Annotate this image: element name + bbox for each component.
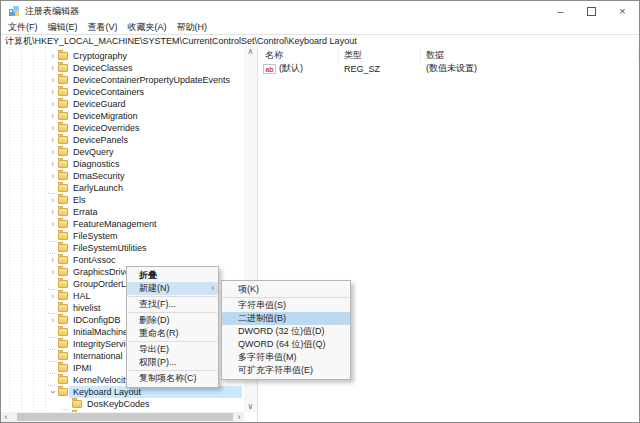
tree-item-label: FileSystem bbox=[71, 231, 120, 242]
tree-item[interactable]: ›DeviceMigration bbox=[1, 110, 244, 122]
column-header-data[interactable]: 数据 bbox=[421, 49, 639, 62]
submenu-item-expandable-string-value[interactable]: 可扩充字符串值(E) bbox=[222, 364, 350, 377]
minimize-button[interactable]: – bbox=[545, 1, 576, 21]
folder-icon bbox=[58, 160, 68, 168]
menu-edit[interactable]: 编辑(E) bbox=[43, 21, 83, 34]
tree-item[interactable]: ›FeatureManagement bbox=[1, 218, 244, 230]
tree-item[interactable]: ›Diagnostics bbox=[1, 158, 244, 170]
tree-item[interactable]: ›FontAssoc bbox=[1, 254, 244, 266]
tree-item[interactable]: ›DeviceContainers bbox=[1, 86, 244, 98]
folder-icon bbox=[58, 148, 68, 156]
tree-item-label: DmaSecurity bbox=[71, 171, 127, 182]
menu-item-delete[interactable]: 删除(D) bbox=[127, 314, 218, 327]
tree-item-label: Keyboard Layout bbox=[71, 387, 143, 398]
tree-item[interactable]: ›DeviceContainerPropertyUpdateEvents bbox=[1, 74, 244, 86]
value-name: (默认) bbox=[279, 62, 303, 75]
chevron-right-icon[interactable]: › bbox=[47, 51, 58, 61]
tree-item-label: DeviceContainerPropertyUpdateEvents bbox=[71, 75, 232, 86]
tree-item[interactable]: EarlyLaunch bbox=[1, 182, 244, 194]
chevron-right-icon[interactable]: › bbox=[47, 135, 58, 145]
menu-help[interactable]: 帮助(H) bbox=[172, 21, 213, 34]
chevron-right-icon[interactable]: › bbox=[47, 111, 58, 121]
folder-icon bbox=[58, 244, 68, 252]
tree-horizontal-scrollbar[interactable]: ‹ › bbox=[1, 412, 244, 422]
chevron-right-icon[interactable]: › bbox=[47, 219, 58, 229]
maximize-icon bbox=[587, 7, 596, 16]
chevron-right-icon[interactable]: › bbox=[47, 195, 58, 205]
maximize-button[interactable] bbox=[576, 1, 607, 21]
menu-separator bbox=[128, 341, 217, 342]
chevron-right-icon[interactable]: › bbox=[47, 291, 58, 301]
app-icon bbox=[8, 5, 20, 17]
menu-item-rename[interactable]: 重命名(R) bbox=[127, 327, 218, 340]
submenu-item-string-value[interactable]: 字符串值(S) bbox=[222, 299, 350, 312]
chevron-down-icon[interactable]: › bbox=[48, 387, 58, 398]
chevron-right-icon[interactable]: › bbox=[47, 171, 58, 181]
chevron-right-icon[interactable]: › bbox=[47, 87, 58, 97]
submenu-item-multi-string-value[interactable]: 多字符串值(M) bbox=[222, 351, 350, 364]
menu-separator bbox=[223, 297, 349, 298]
folder-icon bbox=[58, 112, 68, 120]
tree-item-label: Errata bbox=[71, 207, 100, 218]
tree-item[interactable]: ›DeviceGuard bbox=[1, 98, 244, 110]
folder-icon bbox=[58, 316, 68, 324]
scroll-up-icon[interactable]: ∧ bbox=[248, 47, 254, 57]
title-bar: 注册表编辑器 – × bbox=[1, 1, 639, 21]
chevron-right-icon[interactable]: › bbox=[47, 315, 58, 325]
tree-item[interactable]: FileSystem bbox=[1, 230, 244, 242]
column-header-type[interactable]: 类型 bbox=[339, 49, 421, 62]
tree-item[interactable]: ›DmaSecurity bbox=[1, 170, 244, 182]
scroll-left-icon[interactable]: ‹ bbox=[1, 412, 11, 422]
address-path: 计算机\HKEY_LOCAL_MACHINE\SYSTEM\CurrentCon… bbox=[5, 36, 357, 46]
tree-item[interactable]: FileSystemUtilities bbox=[1, 242, 244, 254]
scroll-right-icon[interactable]: › bbox=[234, 412, 244, 422]
menu-view[interactable]: 查看(V) bbox=[83, 21, 123, 34]
folder-icon bbox=[58, 88, 68, 96]
menu-item-new[interactable]: 新建(N)› bbox=[127, 282, 218, 295]
tree-item[interactable]: ›Cryptography bbox=[1, 50, 244, 62]
chevron-right-icon[interactable]: › bbox=[47, 267, 58, 277]
submenu-item-qword-value[interactable]: QWORD (64 位)值(Q) bbox=[222, 338, 350, 351]
close-button[interactable]: × bbox=[607, 1, 638, 21]
value-type-cell: REG_SZ bbox=[339, 64, 421, 74]
submenu-item-key[interactable]: 项(K) bbox=[222, 283, 350, 296]
menu-item-find[interactable]: 查找(F)... bbox=[127, 298, 218, 311]
registry-value-row[interactable]: ab(默认)REG_SZ(数值未设置) bbox=[258, 62, 639, 75]
folder-icon bbox=[58, 376, 68, 384]
tree-item-label: DeviceContainers bbox=[71, 87, 146, 98]
chevron-right-icon[interactable]: › bbox=[47, 63, 58, 73]
chevron-right-icon[interactable]: › bbox=[47, 159, 58, 169]
tree-item-label: FileSystemUtilities bbox=[71, 243, 149, 254]
tree-item-label: DeviceMigration bbox=[71, 111, 140, 122]
tree-item[interactable]: ›Errata bbox=[1, 206, 244, 218]
folder-icon bbox=[58, 388, 68, 396]
tree-item[interactable]: DosKeybCodes bbox=[1, 398, 244, 410]
menu-item-collapse[interactable]: 折叠 bbox=[127, 269, 218, 282]
menu-item-permissions[interactable]: 权限(P)... bbox=[127, 356, 218, 369]
menu-item-copy-key-name[interactable]: 复制项名称(C) bbox=[127, 372, 218, 385]
submenu-item-dword-value[interactable]: DWORD (32 位)值(D) bbox=[222, 325, 350, 338]
chevron-right-icon[interactable]: › bbox=[47, 147, 58, 157]
tree-item[interactable]: ›DeviceClasses bbox=[1, 62, 244, 74]
chevron-right-icon[interactable]: › bbox=[47, 255, 58, 265]
menu-separator bbox=[128, 296, 217, 297]
tree-item-label: IPMI bbox=[71, 363, 94, 374]
tree-item-label: DeviceGuard bbox=[71, 99, 128, 110]
scroll-down-icon[interactable]: ∨ bbox=[248, 402, 254, 412]
menu-item-export[interactable]: 导出(E) bbox=[127, 343, 218, 356]
menu-favorites[interactable]: 收藏夹(A) bbox=[123, 21, 172, 34]
chevron-right-icon[interactable]: › bbox=[47, 75, 58, 85]
tree-item[interactable]: ›DeviceOverrides bbox=[1, 122, 244, 134]
column-header-name[interactable]: 名称 bbox=[258, 49, 339, 62]
chevron-right-icon[interactable]: › bbox=[47, 123, 58, 133]
tree-item[interactable]: ›DevQuery bbox=[1, 146, 244, 158]
horizontal-scrollbar-thumb[interactable] bbox=[17, 413, 233, 421]
chevron-right-icon[interactable]: › bbox=[47, 207, 58, 217]
tree-item[interactable]: ›DevicePanels bbox=[1, 134, 244, 146]
folder-icon bbox=[58, 172, 68, 180]
menu-file[interactable]: 文件(F) bbox=[3, 21, 43, 34]
value-name-cell: ab(默认) bbox=[258, 62, 339, 75]
tree-item[interactable]: ›Els bbox=[1, 194, 244, 206]
chevron-right-icon[interactable]: › bbox=[47, 99, 58, 109]
submenu-item-binary-value[interactable]: 二进制值(B) bbox=[222, 312, 350, 325]
